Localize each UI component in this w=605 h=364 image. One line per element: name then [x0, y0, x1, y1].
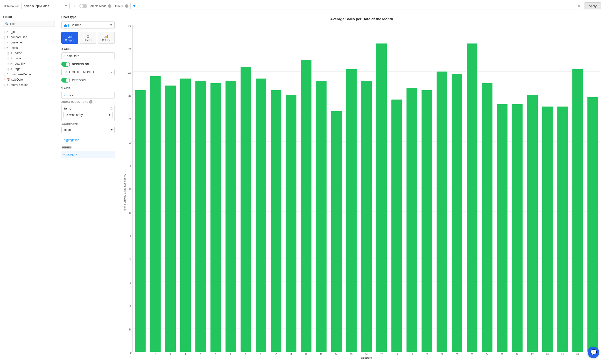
filter-clear-icon[interactable]: ×: [578, 4, 580, 8]
colored-icon: [105, 34, 108, 38]
filters-info-icon[interactable]: i: [125, 4, 129, 8]
y-tick-label: 80: [128, 165, 132, 168]
field-name-tags: tags: [15, 67, 20, 71]
filter-bar[interactable]: ▼ ×: [130, 3, 582, 9]
field-item[interactable]: ⣿ A _id: [3, 29, 55, 35]
chart-btn-stacked[interactable]: Stacked: [80, 32, 97, 44]
x-tick-labels: 1234567891011121314151617181920212223242…: [132, 352, 600, 355]
svg-rect-33: [406, 88, 417, 352]
datasource-value: sales.supplySales: [24, 4, 49, 8]
svg-rect-37: [467, 43, 477, 352]
x-axis-title: saleDate: [132, 356, 600, 359]
field-suffix: []: [53, 68, 54, 70]
grouped-icon: [68, 34, 71, 38]
binning-toggle-knob: [66, 62, 69, 66]
svg-rect-45: [587, 97, 598, 352]
aggregate-arrow-icon: ▾: [111, 128, 113, 131]
y-axis-label: mean ( unwind array 'items.price' ): [123, 25, 126, 359]
x-tick-label: 5: [193, 353, 208, 355]
fields-title: Fields: [3, 15, 55, 19]
field-item[interactable]: ⣿ > customer {}: [3, 40, 55, 45]
field-item[interactable]: ⣿ # quantity: [3, 61, 55, 66]
periodic-toggle-knob: [66, 78, 69, 82]
fields-panel: Fields 🔍 ⣿ A _id ⣿ A couponUsed ⣿ > cust…: [0, 12, 58, 364]
datasource-select[interactable]: sales.supplySales ▾: [21, 3, 69, 9]
field-handle-icon: ⣿: [3, 47, 5, 49]
binning-type-select[interactable]: DATE OF THE MONTH ▾: [61, 69, 115, 75]
field-handle-icon: ⣿: [7, 52, 9, 54]
field-type-date-icon: 📅: [7, 78, 10, 81]
field-handle-icon: ⣿: [7, 68, 9, 70]
config-panel: Chart Type Column ▾ Grouped: [58, 12, 118, 364]
sample-mode-toggle[interactable]: [79, 4, 87, 8]
field-item[interactable]: ⣿ A purchaseMethod: [3, 72, 55, 77]
column-chart-icon: [64, 23, 68, 27]
x-tick-label: 1: [132, 353, 148, 355]
field-handle-icon: ⣿: [7, 57, 9, 60]
field-type-A-icon: A: [10, 68, 13, 70]
x-tick-label: 19: [404, 353, 419, 355]
binning-arrow-icon: ▾: [111, 70, 113, 74]
x-tick-label: 24: [479, 353, 495, 355]
chat-icon: 💬: [590, 349, 597, 356]
search-box[interactable]: 🔍: [3, 21, 55, 27]
data-source-label: Data Source: [4, 5, 19, 8]
reduction-type-select[interactable]: Unwind array ▾: [64, 112, 113, 118]
periodic-toggle-row: PERIODIC: [61, 77, 115, 83]
y-axis-field-name: price: [67, 93, 73, 97]
svg-rect-43: [557, 107, 568, 352]
periodic-toggle[interactable]: [61, 78, 70, 83]
field-name-name: name: [15, 52, 22, 55]
field-type-A-icon: A: [7, 30, 9, 33]
svg-rect-31: [376, 43, 387, 352]
field-name-items: items: [11, 46, 18, 50]
y-tick-label: 50: [128, 235, 132, 237]
svg-rect-34: [421, 90, 432, 352]
x-tick-label: 11: [283, 353, 299, 355]
svg-rect-32: [391, 99, 402, 352]
field-item[interactable]: ⣿ A tags []: [3, 66, 55, 72]
x-tick-label: 12: [298, 353, 314, 355]
x-tick-label: 15: [344, 353, 359, 355]
chat-button[interactable]: 💬: [588, 347, 599, 358]
series-title: Series: [61, 146, 115, 149]
array-reductions-info-icon[interactable]: i: [89, 100, 92, 104]
grouped-label: Grouped: [65, 39, 74, 41]
apply-button[interactable]: Apply: [584, 2, 601, 9]
field-name-couponUsed: couponUsed: [11, 36, 27, 39]
field-item[interactable]: ⣿ A couponUsed: [3, 35, 55, 40]
y-axis-title: Y Axis: [61, 87, 115, 90]
y-tick-label: 30: [128, 282, 132, 284]
x-tick-label: 17: [374, 353, 389, 355]
chart-type-value: Column: [70, 23, 81, 27]
colored-label: Colored: [102, 39, 111, 41]
x-tick-label: 22: [449, 353, 464, 355]
aggregate-select[interactable]: mean ▾: [61, 127, 115, 133]
field-item[interactable]: ⣿ 📅 saleDate: [3, 77, 55, 82]
field-type-A-icon: A: [7, 83, 9, 86]
field-item[interactable]: ⣿ # price: [3, 56, 55, 61]
add-category-link[interactable]: + category: [61, 151, 115, 158]
chart-btn-colored[interactable]: Colored: [98, 32, 115, 44]
add-aggregation-link[interactable]: + aggregation: [61, 136, 115, 144]
binning-toggle[interactable]: [61, 62, 70, 67]
chart-type-select[interactable]: Column ▾: [61, 21, 115, 28]
chart-btn-grouped[interactable]: Grouped: [61, 32, 78, 44]
field-item[interactable]: ⣿ A storeLocation: [3, 82, 55, 88]
reduction-expand-icon[interactable]: ⬡: [110, 107, 113, 110]
array-reductions-label: ARRAY REDUCTIONS i: [61, 100, 115, 104]
x-tick-label: 30: [570, 353, 585, 355]
field-item[interactable]: ⣿ A name: [3, 51, 55, 56]
reduction-type-value: Unwind array: [66, 113, 83, 117]
sale-date-icon: A: [64, 54, 66, 58]
sample-mode-info-icon[interactable]: i: [108, 4, 111, 8]
field-name-purchaseMethod: purchaseMethod: [11, 73, 32, 76]
search-input[interactable]: [10, 22, 53, 26]
field-handle-icon: ⣿: [3, 41, 5, 44]
svg-rect-20: [210, 83, 221, 352]
x-tick-label: 2: [147, 353, 163, 355]
chart-plot-wrapper: 1234567891011121314151617181920212223242…: [132, 25, 600, 359]
field-item[interactable]: ⣿ ▾ items []: [3, 45, 55, 51]
x-tick-label: 14: [329, 353, 344, 355]
svg-rect-30: [361, 81, 372, 352]
